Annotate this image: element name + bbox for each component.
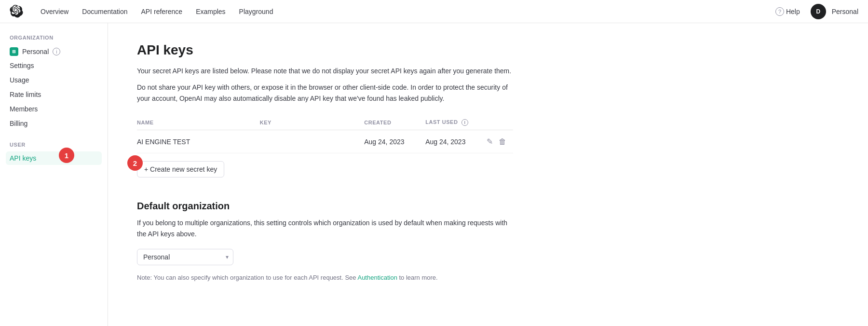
- org-select-wrapper: Personal ▾: [137, 249, 233, 265]
- user-avatar[interactable]: D: [811, 4, 826, 19]
- default-org-title: Default organization: [137, 201, 513, 212]
- openai-logo-icon: [10, 5, 23, 18]
- sidebar-members[interactable]: Members: [6, 102, 102, 116]
- api-keys-label: API keys: [10, 154, 36, 162]
- default-org-desc: If you belong to multiple organizations,…: [137, 217, 513, 239]
- topnav-api-reference[interactable]: API reference: [136, 5, 189, 18]
- topnav-documentation[interactable]: Documentation: [76, 5, 133, 18]
- sidebar-settings[interactable]: Settings: [6, 59, 102, 72]
- help-button[interactable]: ? Help: [771, 4, 805, 19]
- step-badge-1: 1: [59, 148, 74, 163]
- org-select[interactable]: Personal: [137, 249, 233, 265]
- sidebar: ORGANIZATION ⊞ Personal i Settings Usage…: [0, 23, 108, 326]
- authentication-link[interactable]: Authentication: [357, 274, 397, 281]
- sidebar-rate-limits[interactable]: Rate limits: [6, 88, 102, 101]
- org-info-icon[interactable]: i: [53, 48, 60, 55]
- org-name: Personal: [22, 48, 49, 55]
- page-desc-2: Do not share your API key with others, o…: [137, 82, 513, 104]
- row-created: Aug 24, 2023: [364, 130, 425, 153]
- topnav-overview[interactable]: Overview: [35, 5, 74, 18]
- topnav-links: Overview Documentation API reference Exa…: [35, 5, 771, 18]
- api-keys-table: NAME KEY CREATED LAST USED i: [137, 115, 513, 153]
- sidebar-api-keys[interactable]: API keys 1: [6, 151, 102, 165]
- topnav-right: ? Help D Personal: [771, 4, 858, 19]
- topnav-examples[interactable]: Examples: [190, 5, 231, 18]
- col-header-created: CREATED: [364, 115, 425, 130]
- org-section-label: ORGANIZATION: [6, 35, 102, 41]
- user-section-label: USER: [6, 142, 102, 148]
- last-used-info-icon[interactable]: i: [461, 119, 468, 126]
- col-header-name: NAME: [137, 115, 260, 130]
- col-header-key: KEY: [260, 115, 365, 130]
- org-icon: ⊞: [10, 47, 18, 56]
- page-title: API keys: [137, 42, 513, 58]
- topnav-playground[interactable]: Playground: [233, 5, 279, 18]
- help-label: Help: [786, 8, 800, 15]
- sidebar-usage[interactable]: Usage: [6, 73, 102, 87]
- row-name: AI ENGINE TEST: [137, 130, 260, 153]
- create-button-wrapper: 2 + Create new secret key: [137, 161, 224, 197]
- row-last-used: Aug 24, 2023: [425, 130, 486, 153]
- main-content: API keys Your secret API keys are listed…: [108, 23, 542, 326]
- logo[interactable]: [10, 5, 23, 18]
- table-row: AI ENGINE TEST Aug 24, 2023 Aug 24, 2023…: [137, 130, 513, 153]
- action-icons: ✎ 🗑: [486, 136, 507, 147]
- sidebar-billing[interactable]: Billing: [6, 117, 102, 130]
- col-header-last-used: LAST USED i: [425, 115, 486, 130]
- col-header-actions: [486, 115, 513, 130]
- delete-key-button[interactable]: 🗑: [498, 136, 507, 147]
- main-layout: ORGANIZATION ⊞ Personal i Settings Usage…: [0, 23, 868, 326]
- user-personal-label[interactable]: Personal: [832, 8, 858, 15]
- sidebar-org-item[interactable]: ⊞ Personal i: [6, 44, 102, 59]
- create-secret-key-button[interactable]: + Create new secret key: [137, 161, 224, 177]
- topnav: Overview Documentation API reference Exa…: [0, 0, 868, 23]
- row-key: [260, 130, 365, 153]
- edit-key-button[interactable]: ✎: [486, 136, 494, 147]
- default-org-section: Default organization If you belong to mu…: [137, 201, 513, 282]
- row-actions: ✎ 🗑: [486, 130, 513, 153]
- page-desc-1: Your secret API keys are listed below. P…: [137, 66, 513, 76]
- note-text: Note: You can also specify which organiz…: [137, 273, 513, 283]
- help-circle-icon: ?: [775, 7, 784, 16]
